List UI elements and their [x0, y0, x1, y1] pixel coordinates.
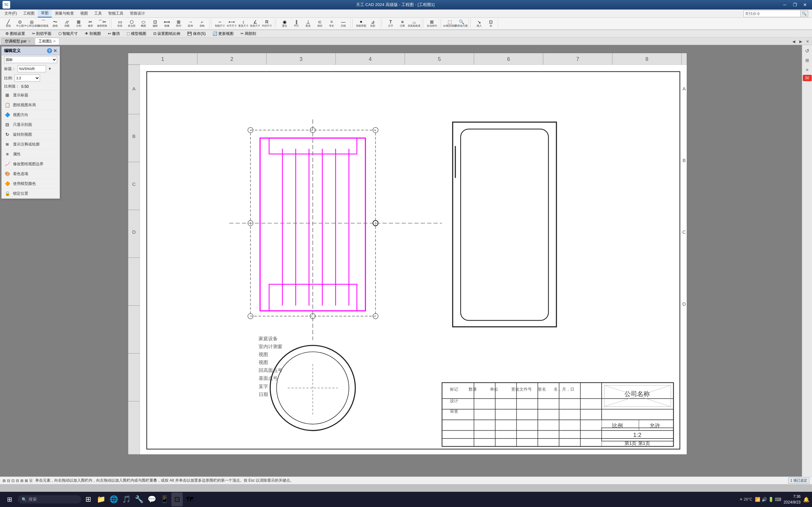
- radius-dim-button[interactable]: R半径尺寸: [261, 18, 272, 29]
- save-button[interactable]: 💾保存(S): [184, 30, 208, 38]
- lock-position-item[interactable]: 🔒 锁定位置: [2, 189, 60, 199]
- menu-tools[interactable]: 工具: [91, 10, 105, 17]
- keyboard-icon[interactable]: ⌨: [775, 497, 781, 502]
- title-input[interactable]: [17, 65, 46, 72]
- parallel-button[interactable]: ∥平行: [291, 18, 302, 29]
- smart-dim-button[interactable]: ↔智能尺寸: [214, 18, 225, 29]
- show-annotation-item[interactable]: ≋ 显示注释或轮廓: [2, 139, 60, 149]
- taskbar-chat-button[interactable]: 💬: [146, 493, 157, 506]
- 2d-model-button[interactable]: ⬚2D模型视图: [444, 18, 455, 29]
- array-button[interactable]: ⊞阵列: [173, 18, 184, 29]
- start-button[interactable]: ⊞: [3, 493, 16, 506]
- menu-sketch[interactable]: 草图: [38, 9, 52, 17]
- line-tool-button[interactable]: ╱直线: [3, 18, 14, 29]
- center-point-circle-button[interactable]: ◎中心和点画圆: [26, 18, 38, 29]
- network-icon[interactable]: 📶: [755, 497, 760, 502]
- color-options-item[interactable]: 🎨 着色选项: [2, 169, 60, 179]
- taskbar-search[interactable]: 🔍 搜索: [18, 495, 81, 504]
- sidebar-rotate-button[interactable]: ↺: [803, 46, 812, 55]
- set-scale-button[interactable]: ⊡设置图纸比例: [150, 30, 183, 38]
- speaker-icon[interactable]: 🔊: [762, 497, 767, 502]
- status-icon-4[interactable]: ⊟: [16, 478, 19, 483]
- local-zoom-button[interactable]: 🔍局部放大图: [456, 18, 467, 29]
- smart-sketch-button[interactable]: ✦智能草图: [355, 18, 367, 29]
- status-icon-7[interactable]: ☱: [29, 478, 33, 483]
- tab-close-button[interactable]: ✕: [804, 38, 811, 45]
- standard-select[interactable]: 国标: [4, 56, 57, 63]
- status-icon-6[interactable]: ⊠: [25, 478, 28, 483]
- text-button[interactable]: T文字: [385, 18, 396, 29]
- surface-finish-button[interactable]: ⌓表面粗糙度: [408, 18, 420, 29]
- tab-model[interactable]: 空调模型.par ✕: [1, 38, 34, 45]
- minimize-button[interactable]: ─: [780, 2, 789, 8]
- paper-settings-button[interactable]: ⚙图纸设置: [3, 30, 28, 38]
- close-button[interactable]: ✕: [801, 2, 809, 8]
- status-icon-2[interactable]: ⊟: [7, 478, 10, 483]
- local-section-button[interactable]: ✂局部剖: [238, 30, 259, 38]
- search-button[interactable]: 🔍: [801, 10, 808, 17]
- restore-button[interactable]: ❐: [791, 2, 799, 8]
- cut-plane-button[interactable]: ✂剖切平面: [29, 30, 54, 38]
- smart-dimension-button[interactable]: ⬡智能尺寸: [55, 30, 81, 38]
- update-view-button[interactable]: 🔄更新视图: [210, 30, 237, 38]
- show-section-only-item[interactable]: ⊟ 只显示剖面: [2, 120, 60, 130]
- note-button[interactable]: ≡注释: [397, 18, 408, 29]
- model-view-button[interactable]: ⬚模型视图: [124, 30, 149, 38]
- tangent-button[interactable]: ⊂相切: [314, 18, 325, 29]
- tab-model-close[interactable]: ✕: [28, 39, 31, 44]
- battery-icon[interactable]: 🔋: [768, 497, 774, 502]
- scale-select[interactable]: 1:2: [15, 74, 40, 81]
- insert-button[interactable]: ↘插入: [473, 18, 485, 29]
- tab-prev-button[interactable]: ◀: [791, 38, 797, 45]
- tab-drawing-close[interactable]: ✕: [53, 39, 56, 44]
- menu-pipe[interactable]: 管路设计: [126, 10, 148, 17]
- title-expand-button[interactable]: ▼: [48, 67, 52, 71]
- canvas-area[interactable]: 1 2 3 4 5 6 7 8 A B C D: [61, 45, 802, 481]
- curve-button[interactable]: 〜曲线: [50, 18, 61, 29]
- menu-view[interactable]: 视图: [77, 10, 91, 17]
- use-model-color-item[interactable]: 🔶 使用模型颜色: [2, 179, 60, 189]
- status-icon-1[interactable]: ⊞: [3, 478, 6, 483]
- taskbar-music-button[interactable]: 🎵: [120, 493, 132, 506]
- equal-button[interactable]: =等长: [326, 18, 337, 29]
- auto-arrange-button[interactable]: ⊞自动排列: [426, 18, 438, 29]
- taskbar-mobile-button[interactable]: 📱: [159, 493, 170, 506]
- proj-to-sketch-button[interactable]: ⊿投影: [367, 18, 378, 29]
- rotate-section-item[interactable]: ↻ 旋转剖视图: [2, 130, 60, 139]
- search-input[interactable]: [744, 10, 801, 17]
- panel-close-button[interactable]: ✕: [53, 48, 57, 53]
- menu-engineering[interactable]: 工程图: [20, 10, 38, 17]
- taskbar-apps-button[interactable]: ⊞: [83, 493, 94, 506]
- mirror-button[interactable]: ⟺镜像: [161, 18, 172, 29]
- undo-button[interactable]: ↩撤消: [105, 30, 122, 38]
- panel-help-button[interactable]: ?: [47, 48, 52, 53]
- ellipse-button[interactable]: ⬭椭圆: [138, 18, 149, 29]
- sidebar-grid-button[interactable]: ⊞: [803, 56, 812, 65]
- taskbar-tool-button[interactable]: 🔧: [133, 493, 145, 506]
- perpendicular-button[interactable]: ⊥垂直: [302, 18, 314, 29]
- extend-button[interactable]: →延伸: [185, 18, 196, 29]
- polygon-button[interactable]: ⬡多边形: [126, 18, 137, 29]
- view-direction-item[interactable]: 🔷 视图方向: [2, 110, 60, 120]
- menu-measure[interactable]: 测量与检查: [52, 10, 77, 17]
- notification-button[interactable]: 🔔: [803, 497, 809, 503]
- taskbar-cad-button[interactable]: ⊡: [171, 493, 183, 506]
- sidebar-menu-button[interactable]: ≡: [803, 65, 812, 74]
- block-button[interactable]: ⊡块: [485, 18, 497, 29]
- status-icon-3[interactable]: ⊡: [11, 478, 15, 483]
- status-icon-5[interactable]: ⊞: [20, 478, 23, 483]
- menu-file[interactable]: 文件(F): [1, 10, 20, 17]
- offset-button[interactable]: ⊡偏移: [149, 18, 161, 29]
- vert-dim-button[interactable]: ↕垂直尺寸: [238, 18, 249, 29]
- menu-smart-tools[interactable]: 智能工具: [105, 10, 126, 17]
- fillet-button[interactable]: ⌭倒圆: [61, 18, 73, 29]
- chamfer-button[interactable]: ⌐倒角: [196, 18, 208, 29]
- coincident-button[interactable]: ◉重合: [279, 18, 290, 29]
- tab-next-button[interactable]: ▶: [797, 38, 804, 45]
- taskbar-files-button[interactable]: 📁: [95, 493, 107, 506]
- angle-dim-button[interactable]: ∠角度尺寸: [249, 18, 261, 29]
- collinear-button[interactable]: —共线: [338, 18, 349, 29]
- properties-item[interactable]: ≡ 属性: [2, 149, 60, 159]
- taskbar-map-button[interactable]: 🗺: [184, 493, 196, 506]
- tab-drawing[interactable]: 工程图1 ✕: [35, 38, 60, 45]
